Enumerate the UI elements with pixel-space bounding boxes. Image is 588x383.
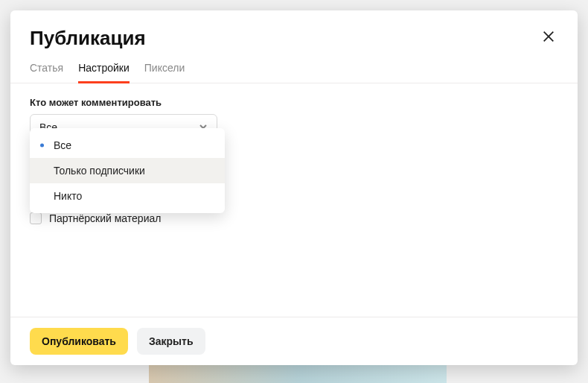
dropdown-option-subscribers[interactable]: Только подписчики [30,158,225,183]
tab-article[interactable]: Статья [30,57,63,83]
tab-pixels[interactable]: Пиксели [144,57,185,83]
close-button[interactable]: Закрыть [137,328,205,355]
partner-material-label: Партнёрский материал [49,212,161,224]
publish-button[interactable]: Опубликовать [30,328,128,355]
comment-permission-dropdown: Все Только подписчики Никто [30,128,225,213]
tabs: Статья Настройки Пиксели [10,57,578,83]
comment-permission-label: Кто может комментировать [30,97,558,108]
tab-settings[interactable]: Настройки [78,57,130,83]
close-icon[interactable] [539,27,558,48]
partner-material-checkbox[interactable] [30,212,42,224]
dropdown-option-all[interactable]: Все [30,133,225,158]
modal-footer: Опубликовать Закрыть [10,317,578,365]
modal-title: Публикация [30,27,146,50]
dropdown-option-nobody[interactable]: Никто [30,183,225,209]
publish-modal: Публикация Статья Настройки Пиксели Кто … [10,10,578,365]
